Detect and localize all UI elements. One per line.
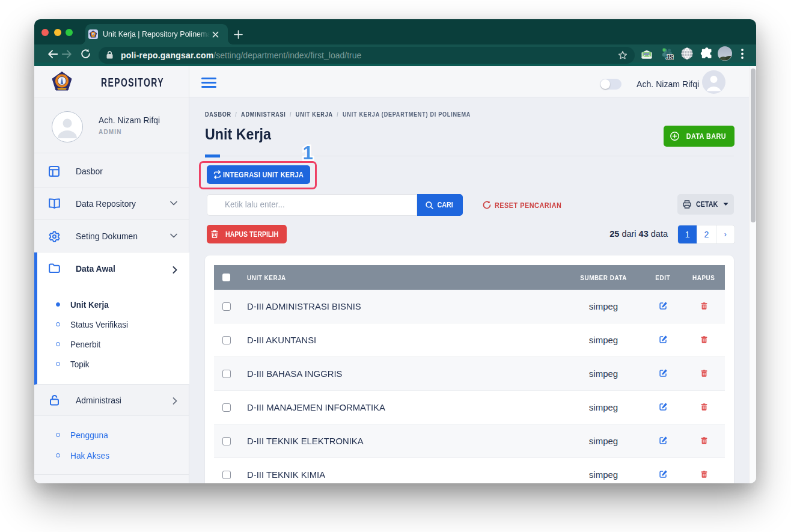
- svg-text:1: 1: [302, 142, 313, 164]
- svg-text:JS: JS: [666, 54, 674, 61]
